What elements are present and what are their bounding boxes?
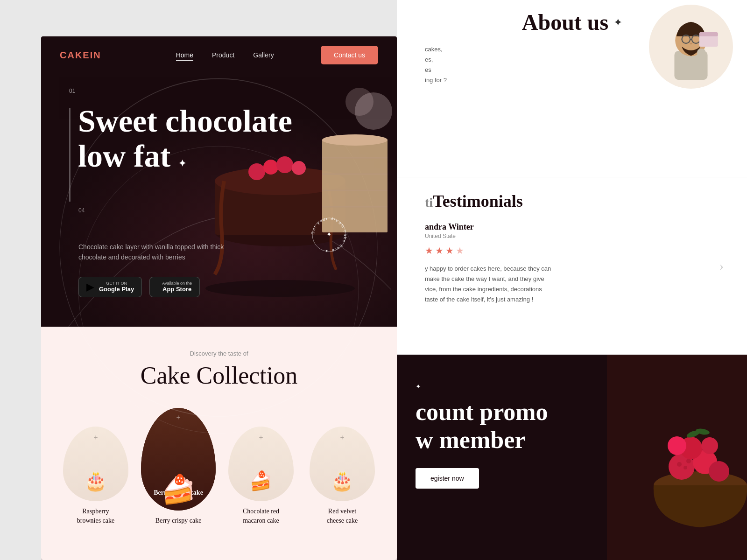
about-section: About us ✦ cakes, es, es ing for ? [397,0,747,177]
collection-title: Cake Collection [41,362,397,389]
testimonials-title: tiTestimonials [425,191,719,211]
cake-card-macaron[interactable]: + 🍰 Chocolate redmacaron cake [225,427,297,525]
collection-header: Discovery the taste of Cake Collection [41,327,397,389]
collection-subtitle: Discovery the taste of [41,350,397,357]
contact-button[interactable]: Contact us [321,46,378,64]
svg-point-37 [684,466,687,469]
google-play-icon: ▶ [86,281,94,293]
cake-image-raspberry: + 🎂 [63,427,128,501]
logo-text-cake: CAKE [60,50,90,60]
google-play-button[interactable]: ▶ GET IT ON Google Play [78,277,142,297]
svg-point-34 [668,436,686,455]
slide-indicator-top: 01 [69,88,397,94]
nav-link-gallery[interactable]: Gallery [253,51,274,59]
google-play-label-bottom: Google Play [99,286,134,293]
card-plus-icon-3: + [340,434,344,442]
cake-name-redvelvet: Red velvetcheese cake [327,507,358,525]
nav-item-product[interactable]: Product [212,51,234,59]
cake-card-raspberry[interactable]: + 🎂 Raspberrybrownies cake [60,427,132,525]
macaron-cake-emoji: 🍰 [249,470,273,492]
app-store-label-bottom: App Store [162,286,192,293]
promo-title-line1: count promo [416,399,548,425]
hero-content: 01 Sweet chocolate low fat ✦ 04 Chocolat… [41,74,397,297]
star-4-half: ★ [456,245,464,256]
right-panel: About us ✦ cakes, es, es ing for ? [397,0,747,560]
redvelvet-cake-emoji: 🎂 [331,470,354,492]
card-plus-icon-2: + [259,434,263,442]
circle-star-center: ✦ [326,231,332,238]
about-title-text: About us [522,9,608,35]
promo-title-line2: w member [416,427,525,453]
hero-title-line2: low fat [78,138,170,174]
navbar: CAKEIN Home Product Gallery Contact us [41,36,397,74]
cake-name-raspberry: Raspberrybrownies cake [77,507,114,525]
hero-title: Sweet chocolate low fat ✦ [78,104,292,174]
dream-cake-badge: Get your dream cake here ✦ ✦ [308,214,350,256]
review-text: y happy to order cakes here, because the… [425,264,649,305]
hero-description: Chocolate cake layer with vanilla topped… [78,242,237,263]
svg-point-38 [686,459,691,463]
card-plus-icon: + [93,434,98,442]
register-button[interactable]: egister now [416,468,479,489]
star-1: ★ [425,245,433,256]
about-avatar [649,5,733,89]
logo: CAKEIN [60,50,101,61]
cake-card-redvelvet[interactable]: + 🎂 Red velvetcheese cake [306,427,378,525]
logo-text-in: IN [90,50,101,60]
collection-panel: Discovery the taste of Cake Collection +… [41,327,397,560]
register-button-label: egister now [430,475,464,482]
card-featured-plus-icon: + [176,413,180,422]
testimonials-section: tiTestimonials andra Winter United State… [397,177,747,355]
nav-links: Home Product Gallery [176,51,274,59]
reviewer-country: United State [425,233,719,239]
cake-image-macaron: + 🍰 [228,427,294,501]
raspberry-cake-emoji: 🎂 [84,470,107,492]
svg-rect-27 [699,32,718,36]
hero-star: ✦ [178,158,186,168]
nav-item-gallery[interactable]: Gallery [253,51,274,59]
cake-name-macaron: Chocolate redmacaron cake [243,507,279,525]
cake-image-berry: + Berry crispy cake [141,408,216,511]
slide-indicator-bottom: 04 [78,207,397,214]
nav-item-home[interactable]: Home [176,51,193,59]
reviewer-name-partial: andra Winter [425,222,474,231]
promo-content: ✦ count promo w member egister now [416,383,548,489]
cake-cards-row: + 🎂 Raspberrybrownies cake + Berry crisp… [41,389,397,525]
about-text: cakes, es, es ing for ? [425,44,649,85]
google-play-label-top: GET IT ON [99,281,134,286]
svg-point-33 [709,461,729,482]
nav-link-product[interactable]: Product [212,51,234,59]
testimonials-title-text: Testimonials [433,192,523,210]
svg-rect-25 [697,49,705,69]
promo-title: count promo w member [416,398,548,454]
svg-point-36 [677,462,682,467]
svg-point-35 [701,437,718,454]
berry-cake-featured-label: Berry crispy cake [141,489,216,497]
about-arrow-icon: ✦ [614,17,622,28]
testimonials-title-partial: ti [425,195,433,210]
cake-image-redvelvet: + 🎂 [310,427,375,501]
star-2: ★ [435,245,444,256]
reviewer-info: andra Winter United State [425,222,719,239]
testimonial-next-arrow[interactable]: › [719,259,724,273]
star-rating: ★ ★ ★ ★ [425,245,719,256]
cake-card-berry[interactable]: + Berry crispy cake Berry crispy cake [141,408,216,525]
cake-name-berry: Berry crispy cake [155,516,202,525]
app-store-button[interactable]: Available on the App Store [149,277,200,297]
app-store-label-top: Available on the [162,281,192,286]
promo-section: ✦ count promo w member egister now [397,355,747,560]
app-buttons: ▶ GET IT ON Google Play Available on the… [78,277,397,297]
star-3: ★ [445,245,454,256]
nav-link-home[interactable]: Home [176,51,193,61]
person-illustration [658,9,724,84]
reviewer-name: andra Winter [425,222,719,232]
promo-berry-visual [607,355,747,560]
hero-title-line1: Sweet chocolate [78,103,292,139]
promo-star-icon: ✦ [416,383,548,391]
